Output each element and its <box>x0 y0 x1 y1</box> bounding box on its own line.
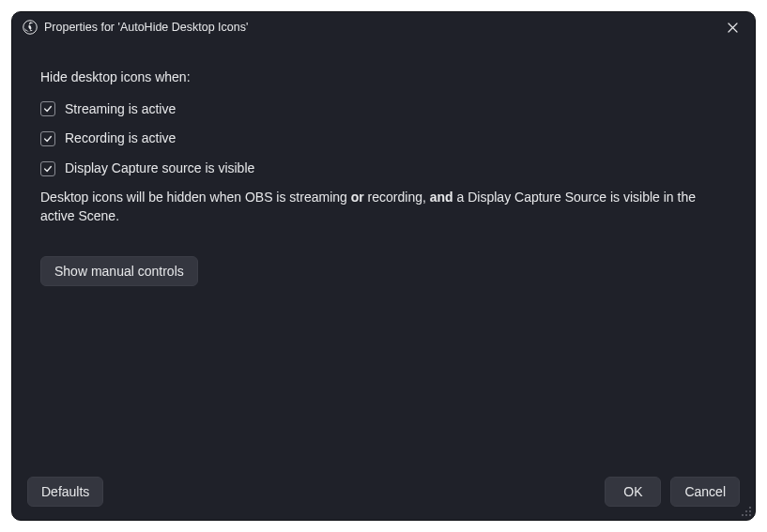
description-text: Desktop icons will be hidden when OBS is… <box>40 189 727 225</box>
window-title: Properties for 'AutoHide Desktop Icons' <box>44 21 248 34</box>
cancel-button[interactable]: Cancel <box>670 477 740 507</box>
svg-point-4 <box>749 514 751 516</box>
heading-label: Hide desktop icons when: <box>40 68 727 87</box>
checkbox-streaming[interactable] <box>40 101 55 116</box>
checkbox-row-display-capture: Display Capture source is visible <box>40 160 727 178</box>
check-icon <box>43 134 53 144</box>
ok-button[interactable]: OK <box>605 477 661 507</box>
defaults-button[interactable]: Defaults <box>27 477 103 507</box>
resize-grip-icon[interactable] <box>741 506 752 517</box>
checkbox-display-capture[interactable] <box>40 161 55 176</box>
properties-dialog: Properties for 'AutoHide Desktop Icons' … <box>11 11 756 521</box>
description-part: recording, <box>364 190 430 205</box>
svg-point-1 <box>749 507 751 509</box>
close-button[interactable] <box>719 14 745 40</box>
show-manual-controls-button[interactable]: Show manual controls <box>40 256 198 286</box>
svg-point-5 <box>745 514 747 516</box>
obs-icon <box>22 19 38 36</box>
checkbox-recording-label[interactable]: Recording is active <box>65 129 176 148</box>
titlebar: Properties for 'AutoHide Desktop Icons' <box>12 12 755 42</box>
checkbox-row-recording: Recording is active <box>40 129 727 148</box>
description-part: Desktop icons will be hidden when OBS is… <box>40 190 351 205</box>
checkbox-streaming-label[interactable]: Streaming is active <box>65 100 176 119</box>
checkbox-row-streaming: Streaming is active <box>40 100 727 119</box>
checkbox-display-capture-label[interactable]: Display Capture source is visible <box>65 160 254 178</box>
svg-point-6 <box>742 514 744 516</box>
check-icon <box>43 104 53 114</box>
svg-point-3 <box>745 510 747 512</box>
description-bold-or: or <box>351 190 364 205</box>
svg-point-2 <box>749 510 751 512</box>
dialog-footer: Defaults OK Cancel <box>12 477 755 520</box>
check-icon <box>43 164 53 174</box>
content-area: Hide desktop icons when: Streaming is ac… <box>12 42 755 477</box>
close-icon <box>728 23 738 33</box>
checkbox-recording[interactable] <box>40 131 55 146</box>
description-bold-and: and <box>430 190 453 205</box>
